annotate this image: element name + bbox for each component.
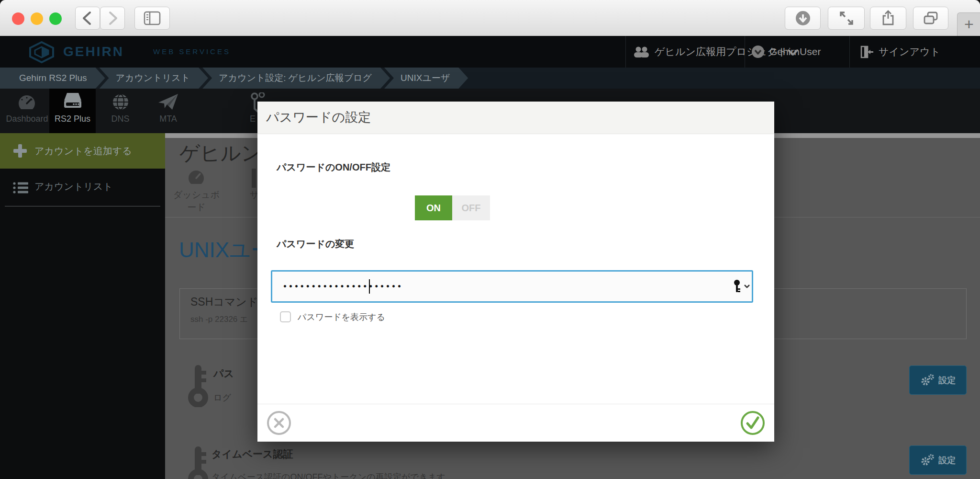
nav-item-label: Dashboard [4,114,50,124]
toggle-off-button[interactable]: OFF [452,195,490,220]
downloads-button[interactable] [785,7,821,30]
minimize-window-button[interactable] [31,12,43,25]
fullscreen-button[interactable] [828,7,865,30]
gear-icon [920,454,935,467]
sidebar-item-account-list[interactable]: アカウントリスト [0,169,165,206]
row-desc: タイムベース認証のON/OFFやトークンの再設定ができます [212,471,445,479]
nav-item-label: RS2 Plus [49,114,96,124]
paper-plane-icon [157,92,179,112]
avatar-icon [751,45,765,58]
sidebar-toggle-icon [141,7,163,29]
cancel-button[interactable] [266,410,292,436]
config-button-label: 設定 [938,455,956,466]
account-heading: ゲヒルン [179,140,262,167]
toggle-on-button[interactable]: ON [415,195,452,220]
row-title: パス [213,367,234,380]
back-icon [77,7,99,29]
nav-item-dashboard[interactable]: Dashboard [4,89,50,133]
breadcrumb-item[interactable]: アカウント設定: ゲヒルン広報ブログ [202,68,390,89]
share-icon [877,7,899,29]
password-config-button[interactable]: 設定 [909,365,967,395]
show-password-checkbox[interactable] [280,311,291,322]
nav-item-rs2plus[interactable]: RS2 Plus [49,89,96,133]
password-input[interactable] [271,270,753,303]
nav-item-label: DNS [97,114,144,124]
header-separator [849,36,850,68]
brand-suffix: WEB SERVICES [153,36,231,68]
forward-button[interactable] [100,7,125,30]
nav-item-mta[interactable]: MTA [145,89,191,133]
server-icon [62,91,83,112]
tab-dashboard[interactable]: ダッシュボード [171,189,222,214]
modal-title: パスワードの設定 [266,102,774,134]
plus-icon [12,143,28,159]
check-icon [747,418,758,428]
new-tab-button[interactable]: + [957,12,980,36]
key-icon [183,445,214,479]
onoff-setting-label: パスワードのON/OFF設定 [277,161,390,174]
modal-header: パスワードの設定 [257,102,774,134]
sidebar: アカウントを追加する アカウントリスト [0,133,165,479]
tab-icon-sliver [252,169,256,188]
sidebar-item-add-account[interactable]: アカウントを追加する [0,133,165,169]
gear-icon [920,374,935,387]
change-password-label: パスワードの変更 [277,238,354,251]
show-password-label: パスワードを表示する [298,311,385,323]
ssh-panel-title: SSHコマンド [190,295,258,309]
row-desc: ログ [213,392,231,403]
breadcrumb-item[interactable]: UNIXユーザ [384,68,468,89]
list-icon [12,181,29,194]
download-icon [792,7,814,29]
user-name: GehirnUser [769,36,821,68]
nav-item-dns[interactable]: DNS [97,89,144,133]
breadcrumb-item[interactable]: アカウントリスト [100,68,209,89]
confirm-button[interactable] [740,410,766,436]
tab-overview-button[interactable] [913,7,948,30]
timebase-config-button[interactable]: 設定 [909,445,967,475]
breadcrumb: Gehirn RS2 Plus アカウントリスト アカウント設定: ゲヒルン広報… [0,68,980,89]
key-icon [183,364,214,407]
sidebar-toggle-button[interactable] [134,7,170,30]
breadcrumb-item[interactable]: Gehirn RS2 Plus [0,68,105,89]
signout-label: サインアウト [879,36,940,68]
config-button-label: 設定 [938,375,956,386]
ssh-command: ssh -p 22326 エ [190,314,248,325]
tab-overview-icon [920,7,942,29]
close-icon [275,419,283,427]
header-separator [625,36,626,68]
share-button[interactable] [870,7,906,30]
key-autofill-icon[interactable] [732,279,752,294]
fullscreen-icon [835,7,858,29]
dashboard-tab-icon [186,169,207,188]
password-settings-modal: パスワードの設定 パスワードのON/OFF設定 ON OFF パスワードの変更 … [257,102,774,442]
sidebar-item-label: アカウントを追加する [34,133,132,169]
app-header: GEHIRN WEB SERVICES [0,36,980,68]
browser-window: + GEHIRN WEB SERVICES ゲヒルン広報用プロジェクト Gehi… [0,0,980,479]
modal-footer [257,404,774,442]
project-name: ゲヒルン広報用プロジェクト [655,36,788,68]
browser-toolbar: + [0,0,980,36]
text-caret [369,279,370,294]
forward-icon [101,7,123,29]
brand-name[interactable]: GEHIRN [63,36,124,68]
dashboard-icon [16,92,37,113]
signout-icon [859,46,874,58]
back-button[interactable] [75,7,100,30]
sidebar-divider [5,206,160,206]
globe-icon [110,91,131,113]
zoom-window-button[interactable] [49,12,62,25]
close-window-button[interactable] [12,12,24,25]
nav-item-label: MTA [145,114,191,124]
group-icon [633,46,650,58]
sidebar-item-label: アカウントリスト [34,169,113,204]
row-title: タイムベース認証 [212,447,293,461]
gehirn-logo-icon [26,41,57,63]
